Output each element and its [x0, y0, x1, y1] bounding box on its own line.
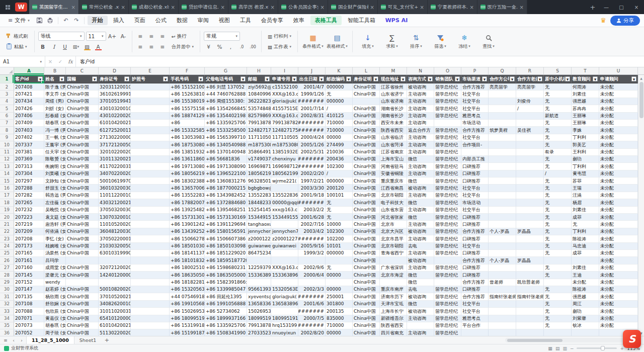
cell[interactable]: 梁馨元 (女: [44, 272, 66, 279]
cell[interactable]: 北京市朝阳: [380, 192, 407, 199]
column-header-D[interactable]: D: [99, 67, 131, 74]
cell[interactable]: 无: [544, 127, 572, 134]
cell[interactable]: 无: [326, 214, 353, 221]
cell[interactable]: 王丽琳: [572, 120, 599, 127]
row-header-14[interactable]: 14: [0, 170, 14, 178]
cell[interactable]: 衡婉明 (女: [44, 163, 66, 170]
row-header-31[interactable]: 31: [0, 293, 14, 300]
filter-dropdown-icon[interactable]: ▼: [346, 76, 351, 81]
document-tab[interactable]: 成都公积金.xlsx×: [129, 0, 179, 14]
cell[interactable]: China中国: [353, 235, 380, 242]
cell[interactable]: 留学总经纪: [434, 149, 461, 156]
cell[interactable]: 社交平台: [461, 243, 489, 250]
cell[interactable]: [131, 221, 170, 228]
cell[interactable]: 207434: [14, 98, 44, 105]
cell[interactable]: 360481200304020026: [99, 228, 131, 235]
cell[interactable]: 留学总经纪: [434, 228, 461, 235]
cell[interactable]: [489, 178, 516, 185]
cell[interactable]: China中国: [353, 192, 380, 199]
cell[interactable]: 王利利: [572, 149, 599, 156]
row-header-25[interactable]: 25: [0, 250, 14, 257]
row-header-32[interactable]: 32: [0, 301, 14, 308]
cell[interactable]: 207219: [14, 221, 44, 228]
cell[interactable]: +86 1372884680: [205, 199, 247, 206]
cell[interactable]: m18753080: [247, 141, 271, 148]
cell[interactable]: 留学总经纪: [434, 105, 461, 112]
cell[interactable]: +86 1335925706: [205, 322, 247, 329]
column-header-G[interactable]: G: [205, 67, 247, 74]
cell[interactable]: 舒欣娴 (女: [44, 301, 66, 308]
cell[interactable]: 周江: [572, 301, 599, 308]
cell[interactable]: 未分配: [599, 149, 638, 156]
cell[interactable]: 110112200109181419: [99, 192, 131, 199]
cell[interactable]: [131, 156, 170, 163]
cell[interactable]: 2002/5/31: [298, 149, 326, 156]
cell[interactable]: 未分配: [599, 127, 638, 134]
filter-dropdown-icon[interactable]: ▼: [319, 76, 324, 81]
cell[interactable]: 000000: [326, 250, 353, 257]
cell[interactable]: 主动咨询: [407, 235, 434, 242]
cell[interactable]: 710000: [326, 127, 353, 134]
cell[interactable]: [353, 98, 380, 105]
cell[interactable]: 留学总经纪: [434, 308, 461, 315]
cell[interactable]: China中国: [353, 279, 380, 286]
cell[interactable]: +86 1354402198: [205, 113, 247, 120]
cell[interactable]: 207209: [14, 228, 44, 235]
cell[interactable]: [516, 322, 544, 329]
cell[interactable]: 无: [544, 221, 572, 228]
cell[interactable]: 未分配: [599, 113, 638, 120]
cell[interactable]: 北京市: [380, 221, 407, 228]
cell[interactable]: 留学总经纪: [434, 293, 461, 300]
cell[interactable]: 河北省张家: [380, 214, 407, 221]
cell[interactable]: [131, 315, 170, 322]
cell[interactable]: 430321200211140121: [99, 199, 131, 206]
cell[interactable]: 湖南省长沙: [380, 113, 407, 120]
cell[interactable]: 2002/8/20: [298, 329, 326, 336]
cell[interactable]: 207403: [14, 127, 44, 134]
cell[interactable]: +86 18595187720: [205, 257, 247, 264]
cell[interactable]: 蒯玏: [572, 156, 599, 163]
close-tab-icon[interactable]: ×: [271, 5, 275, 10]
cell[interactable]: [489, 214, 516, 221]
cell[interactable]: /: [326, 170, 353, 178]
header-cell[interactable]: 国籍▼: [66, 75, 99, 83]
cell[interactable]: 江苏省徐州: [380, 83, 407, 91]
cell[interactable]: 合作方推荐: [461, 83, 489, 91]
cell[interactable]: [131, 113, 170, 120]
cell[interactable]: [516, 185, 544, 192]
column-header-J[interactable]: J: [298, 67, 326, 74]
cell[interactable]: [544, 257, 572, 264]
cell[interactable]: 罗晶晶: [516, 257, 544, 264]
cell[interactable]: 207409: [14, 120, 44, 127]
cell[interactable]: 江西省南昌: [380, 185, 407, 192]
cell[interactable]: +86 1899937166: [205, 315, 247, 322]
freeze-button[interactable]: ❄冻结▾: [453, 29, 476, 54]
cell[interactable]: 王晨宇 (男: [44, 141, 66, 148]
cell[interactable]: 山东省菏泽: [380, 141, 407, 148]
document-tab[interactable]: 医疗五险一金.xlsx×: [477, 0, 527, 14]
cell[interactable]: China中国: [66, 163, 99, 170]
increase-decimal-button[interactable]: .00: [248, 42, 258, 51]
cell[interactable]: 00000@qq(: [271, 199, 298, 206]
cell[interactable]: [516, 301, 544, 308]
row-header-30[interactable]: 30: [0, 286, 14, 293]
cell[interactable]: China中国: [353, 243, 380, 250]
cell[interactable]: [489, 207, 516, 214]
cell[interactable]: 无: [544, 91, 572, 98]
cell[interactable]: 无: [544, 272, 572, 279]
cell[interactable]: gloria@uk(: [271, 98, 298, 105]
cell[interactable]: 微信: [407, 272, 434, 279]
cell[interactable]: 吴晚悦 (女: [44, 207, 66, 214]
cell[interactable]: 未分配: [599, 207, 638, 214]
cell[interactable]: [489, 329, 516, 336]
row-header-6[interactable]: 6: [0, 113, 14, 120]
cell[interactable]: 周子琰 (女: [44, 329, 66, 336]
cell[interactable]: 丁利利: [572, 228, 599, 235]
cell[interactable]: 1999/3/2: [298, 250, 326, 257]
cell[interactable]: 微信: [407, 301, 434, 308]
cell[interactable]: 合作方推荐: [461, 279, 489, 286]
cell[interactable]: [131, 185, 170, 192]
filter-dropdown-icon[interactable]: ▼: [510, 76, 515, 81]
header-cell[interactable]: 父母电话号码▼: [205, 75, 247, 83]
cell[interactable]: 杨欣雨 (女: [44, 293, 66, 300]
